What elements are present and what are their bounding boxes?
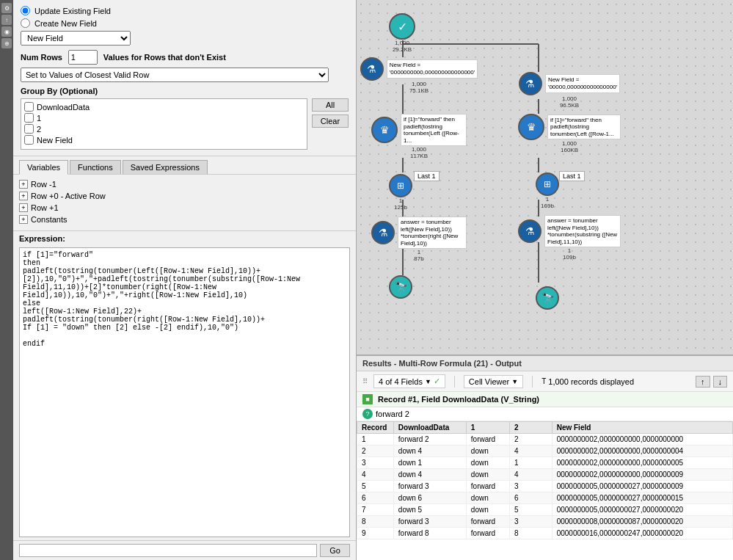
clear-button[interactable]: Clear — [312, 114, 349, 128]
results-tbody: 1 forward 2 forward 2 0000000002,0000000… — [357, 434, 733, 539]
tree-row-minus1[interactable]: + Row -1 — [19, 179, 350, 189]
node-browse1[interactable]: 🔭 — [389, 275, 412, 299]
col-header-newfield: New Field — [552, 422, 732, 434]
sidebar-icon-3[interactable]: ◉ — [1, 26, 12, 37]
table-row[interactable]: 2 down 4 down 4 0000000002,0000000000,00… — [357, 446, 733, 457]
table-row[interactable]: 8 forward 3 forward 3 0000000008,0000000… — [357, 516, 733, 528]
num-rows-input[interactable] — [68, 50, 98, 65]
last1-label2: Last 1 — [559, 171, 585, 181]
last1-label1: Last 1 — [414, 171, 440, 181]
cell-1: forward — [466, 528, 509, 539]
all-button[interactable]: All — [312, 98, 349, 112]
cell-1: down — [466, 469, 509, 481]
tab-variables[interactable]: Variables — [19, 160, 68, 175]
table-row[interactable]: 1 forward 2 forward 2 0000000002,0000000… — [357, 434, 733, 446]
expression-label: Expression: — [13, 231, 356, 244]
results-panel: Results - Multi-Row Formula (21) - Outpu… — [357, 354, 733, 560]
cell-newfield: 0000000002,0000000000,0000000004 — [552, 446, 732, 457]
cell-2: 5 — [510, 504, 553, 516]
group-by-2: 2 — [37, 125, 41, 134]
node-formula1[interactable]: ⚗ New Field = '0000000000,00000000000000… — [371, 57, 467, 94]
node-filter1-stats: 1125b — [394, 197, 407, 211]
cell-download: forward 3 — [393, 481, 466, 492]
node-filter1[interactable]: ⊞ 1125b — [389, 174, 412, 211]
node-multirow1-label: if [1]="forward" then padleft(tostring t… — [401, 114, 467, 146]
bottom-bar: Go — [13, 540, 356, 560]
expand-icon-constants[interactable]: + — [19, 215, 28, 224]
node-multirow2-stats: 1,000160KB — [561, 140, 578, 153]
group-by-2-check[interactable] — [24, 124, 34, 134]
values-dropdown[interactable]: Set to Values of Closest Valid Row — [21, 68, 329, 82]
table-row[interactable]: 6 down 6 down 6 0000000005,0000000027,00… — [357, 492, 733, 504]
cell-record: 2 — [357, 446, 394, 457]
results-toolbar: ⠿ 4 of 4 Fields ▼ ✓ Cell Viewer ▼ T 1,00… — [357, 371, 733, 392]
table-row[interactable]: 5 forward 3 forward 3 0000000005,0000000… — [357, 481, 733, 492]
node-formula3-stats: 187b — [414, 249, 423, 262]
node-formula1-label: New Field = '0000000000,000000000000000' — [387, 59, 478, 78]
create-new-radio[interactable] — [21, 18, 30, 28]
cell-newfield: 0000000002,0000000000,0000000000 — [552, 434, 732, 446]
cell-newfield: 0000000002,0000000000,0000000009 — [552, 469, 732, 481]
record-info: Record #1, Field DownloadData (V_String) — [378, 395, 539, 404]
cell-record: 9 — [357, 528, 394, 539]
node-formula3[interactable]: ⚗ answer = tonumber left([New Field],10)… — [371, 217, 467, 262]
sidebar-icon-4[interactable]: ⊕ — [1, 38, 12, 48]
node-input-stats: 1,00029.2KB — [393, 40, 412, 53]
cell-newfield: 0000000005,0000000027,0000000015 — [552, 492, 732, 504]
node-input[interactable]: ✓ 1,00029.2KB — [389, 13, 415, 53]
field-dropdown[interactable]: New Field — [21, 31, 131, 46]
results-table: Record DownloadData 1 2 New Field 1 forw… — [357, 421, 733, 539]
col-header-2: 2 — [510, 422, 553, 434]
cell-viewer-button[interactable]: Cell Viewer ▼ — [464, 375, 523, 388]
tree-constants-label: Constants — [31, 215, 68, 224]
expression-area: if [1]="forward" then padleft(tostring(t… — [13, 244, 356, 540]
group-by-download-check[interactable] — [24, 102, 34, 112]
cell-newfield: 0000000005,0000000027,0000000009 — [552, 481, 732, 492]
expand-icon-plus1[interactable]: + — [19, 203, 28, 212]
table-row[interactable]: 4 down 4 down 4 0000000002,0000000000,00… — [357, 469, 733, 481]
group-by-newfield-check[interactable] — [24, 135, 34, 145]
group-by-label: Group By (Optional) — [21, 87, 349, 95]
fields-button[interactable]: 4 of 4 Fields ▼ ✓ — [373, 374, 445, 388]
fields-label: 4 of 4 Fields — [379, 377, 423, 386]
col-header-1: 1 — [466, 422, 509, 434]
tree-row-plus1[interactable]: + Row +1 — [19, 203, 350, 213]
node-filter2[interactable]: ⊞ 1169b — [536, 172, 559, 209]
go-button[interactable]: Go — [320, 544, 350, 557]
nav-up-button[interactable]: ↑ — [696, 376, 710, 388]
node-multirow1[interactable]: ♛ if [1]="forward" then padleft(tostring… — [371, 114, 467, 159]
cell-1: forward — [466, 434, 509, 446]
expression-textarea[interactable]: if [1]="forward" then padleft(tostring(t… — [19, 247, 350, 537]
table-row[interactable]: 3 down 1 down 1 0000000002,0000000000,00… — [357, 457, 733, 469]
right-panel: ✓ 1,00029.2KB ⚗ New Field = '0000000000,… — [357, 0, 733, 560]
tab-saved-expressions[interactable]: Saved Expressions — [123, 160, 208, 174]
node-multirow2[interactable]: ♛ if [1]="forward" then padleft(tostring… — [518, 114, 621, 153]
node-filter2-stats: 1169b — [541, 196, 554, 209]
table-row[interactable]: 9 forward 8 forward 8 0000000016,0000000… — [357, 528, 733, 539]
nav-down-button[interactable]: ↓ — [713, 376, 728, 388]
bottom-search-input[interactable] — [19, 544, 317, 557]
check-icon: ✓ — [434, 377, 440, 386]
table-row[interactable]: 7 down 5 down 5 0000000005,0000000027,00… — [357, 504, 733, 516]
sidebar-icon-2[interactable]: ↑ — [1, 15, 12, 25]
node-formula4[interactable]: ⚗ answer = tonumber left([New Field],10)… — [518, 215, 621, 261]
node-browse2[interactable]: 🔭 — [536, 286, 559, 310]
cell-download: down 6 — [393, 492, 466, 504]
cell-2: 8 — [510, 528, 553, 539]
node-formula2[interactable]: ⚗ New Field = '00000,000000000000000' 1,… — [522, 72, 617, 109]
cell-record: 1 — [357, 434, 394, 446]
left-sidebar: ⚙ ↑ ◉ ⊕ — [0, 0, 13, 560]
cell-2: 3 — [510, 516, 553, 528]
record-result-icon: ■ — [362, 394, 373, 404]
expand-icon-active[interactable]: + — [19, 192, 28, 200]
tree-constants[interactable]: + Constants — [19, 214, 350, 225]
expand-icon[interactable]: + — [19, 180, 28, 189]
group-by-1-check[interactable] — [24, 113, 34, 123]
tab-functions[interactable]: Functions — [70, 160, 121, 174]
cell-record: 5 — [357, 481, 394, 492]
sidebar-icon-1[interactable]: ⚙ — [1, 3, 12, 13]
update-existing-radio[interactable] — [21, 6, 30, 15]
col-header-download: DownloadData — [393, 422, 466, 434]
filter-icon: T — [541, 377, 546, 385]
tree-row-active[interactable]: + Row +0 - Active Row — [19, 191, 350, 201]
